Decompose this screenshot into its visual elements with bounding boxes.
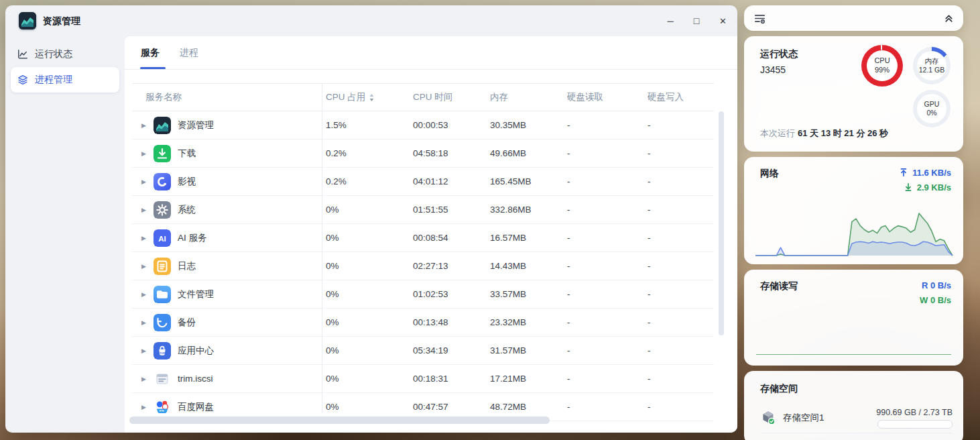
col-memory[interactable]: 内存 [486, 91, 563, 103]
vertical-scrollbar[interactable] [719, 111, 724, 335]
col-disk-read[interactable]: 硬盘读取 [563, 91, 644, 103]
cpu-usage-value: 0% [322, 261, 409, 271]
table-row[interactable]: ▶资源管理1.5%00:00:5330.35MB-- [132, 111, 714, 140]
service-name: 百度网盘 [178, 401, 214, 413]
disk-io-card: 存储读写 R 0 B/s W 0 B/s [744, 270, 963, 366]
expand-arrow-icon[interactable]: ▶ [141, 207, 154, 213]
tab-processes[interactable]: 进程 [180, 36, 198, 68]
minimize-button[interactable]: ─ [667, 17, 673, 25]
sidebar-item-process-manager[interactable]: 进程管理 [11, 67, 119, 93]
service-table: 服务名称 CPU 占用 CPU 时间 内存 硬盘读取 硬盘写入 ▶资源管理1.5… [132, 83, 714, 421]
disk-write-value: - [644, 148, 714, 158]
collapse-panel-button[interactable] [944, 13, 954, 23]
memory-gauge-label: 内存 [925, 57, 939, 66]
expand-arrow-icon[interactable]: ▶ [141, 235, 154, 241]
disk-read-value: - [563, 402, 644, 412]
table-row[interactable]: ▶影视0.2%04:01:12165.45MB-- [132, 168, 714, 196]
expand-arrow-icon[interactable]: ▶ [141, 122, 154, 129]
service-table-body: ▶资源管理1.5%00:00:5330.35MB--▶下载0.2%04:58:1… [132, 111, 714, 421]
horizontal-scrollbar[interactable] [129, 417, 550, 424]
expand-arrow-icon[interactable]: ▶ [141, 404, 154, 410]
cpu-time-value: 00:08:54 [409, 233, 486, 243]
expand-arrow-icon[interactable]: ▶ [141, 263, 154, 270]
service-name-cell: ▶系统 [132, 201, 322, 219]
memory-value: 31.57MB [486, 345, 563, 355]
table-row[interactable]: ▶文件管理0%01:02:5333.57MB-- [132, 280, 714, 309]
table-row[interactable]: ▶STORE应用中心0%05:34:1931.57MB-- [132, 337, 714, 365]
disk-read-value: - [563, 120, 644, 130]
service-name: 资源管理 [178, 119, 214, 131]
storage-title: 存储空间 [760, 383, 798, 395]
app-center-icon: STORE [154, 342, 171, 360]
table-row[interactable]: ▶trim.iscsi0%00:18:3117.21MB-- [132, 365, 714, 393]
expand-arrow-icon[interactable]: ▶ [141, 150, 154, 157]
memory-value: 33.57MB [486, 289, 563, 299]
expand-arrow-icon[interactable]: ▶ [141, 178, 154, 185]
service-name-cell: ▶AIAI 服务 [132, 229, 322, 247]
main-content: 服务 进程 服务名称 CPU 占用 CPU 时间 内存 硬盘读取 硬盘写入 ▶资… [125, 36, 737, 433]
cpu-usage-value: 0% [322, 205, 409, 215]
maximize-button[interactable]: □ [694, 16, 699, 25]
table-row[interactable]: ▶下载0.2%04:58:1849.66MB-- [132, 140, 714, 168]
service-name-cell: ▶备份 [132, 314, 322, 331]
cpu-usage-value: 0.2% [322, 148, 409, 158]
sort-icon[interactable] [369, 93, 375, 102]
col-cpu-time[interactable]: CPU 时间 [409, 91, 486, 103]
table-row[interactable]: ▶备份0%00:13:4823.32MB-- [132, 309, 714, 337]
service-name: 文件管理 [178, 288, 214, 300]
disk-read-value: - [563, 374, 644, 384]
widget-list-button[interactable] [753, 12, 766, 25]
layers-icon [17, 74, 28, 85]
table-row[interactable]: ▶系统0%01:51:55332.86MB-- [132, 196, 714, 224]
gpu-gauge-value: 0% [926, 109, 936, 117]
disk-write-value: - [644, 374, 714, 384]
titlebar[interactable]: 资源管理 ─ □ ✕ [5, 5, 737, 36]
col-cpu-usage[interactable]: CPU 占用 [322, 91, 409, 103]
column-divider [322, 83, 322, 413]
col-disk-write[interactable]: 硬盘写入 [644, 91, 714, 103]
expand-arrow-icon[interactable]: ▶ [141, 347, 154, 354]
cpu-time-value: 02:27:13 [409, 261, 486, 271]
cpu-time-value: 00:00:53 [409, 120, 486, 130]
memory-value: 48.72MB [486, 402, 563, 412]
line-chart-icon [17, 49, 28, 60]
memory-value: 23.32MB [486, 317, 563, 327]
expand-arrow-icon[interactable]: ▶ [141, 319, 154, 326]
gpu-gauge: GPU 0% [913, 90, 951, 127]
storage-card: 存储空间 存储空间1 990.69 GB / 2.73 TB [744, 371, 963, 440]
cpu-usage-value: 0% [322, 374, 409, 384]
baidu-netdisk-icon [154, 398, 171, 416]
cpu-usage-value: 0.2% [322, 176, 409, 186]
tab-services[interactable]: 服务 [141, 36, 160, 68]
service-name-cell: ▶trim.iscsi [132, 370, 322, 388]
volume-name: 存储空间1 [783, 412, 876, 424]
sidebar-item-run-status[interactable]: 运行状态 [11, 42, 119, 67]
cpu-time-value: 00:13:48 [409, 317, 486, 327]
service-name-cell: ▶资源管理 [132, 117, 322, 134]
cpu-model: J3455 [760, 64, 786, 75]
widget-toolbar [744, 5, 963, 31]
service-name: AI 服务 [178, 232, 207, 244]
memory-value: 165.45MB [486, 176, 563, 186]
memory-value: 17.21MB [486, 374, 563, 384]
expand-arrow-icon[interactable]: ▶ [141, 291, 154, 298]
disk-read-rate: R 0 B/s [920, 278, 951, 292]
col-service-name[interactable]: 服务名称 [132, 91, 322, 103]
log-app-icon [154, 258, 171, 275]
close-button[interactable]: ✕ [719, 17, 727, 25]
service-name-cell: ▶百度网盘 [132, 398, 322, 416]
sidebar-item-label: 进程管理 [35, 74, 72, 86]
gpu-gauge-label: GPU [924, 100, 940, 109]
table-row[interactable]: ▶AIAI 服务0%00:08:5416.57MB-- [132, 224, 714, 252]
storage-volume-row[interactable]: 存储空间1 990.69 GB / 2.73 TB [760, 403, 953, 433]
expand-arrow-icon[interactable]: ▶ [141, 376, 154, 382]
cpu-gauge-label: CPU [874, 56, 890, 66]
download-app-icon [154, 145, 171, 162]
memory-gauge-value: 12.1 GB [919, 66, 945, 74]
table-row[interactable]: ▶日志0%02:27:1314.43MB-- [132, 252, 714, 280]
volume-usage: 990.69 GB / 2.73 TB [876, 408, 953, 417]
cpu-time-value: 01:02:53 [409, 289, 486, 299]
upload-icon [899, 168, 908, 177]
service-name-cell: ▶STORE应用中心 [132, 342, 322, 360]
backup-app-icon [154, 314, 171, 331]
